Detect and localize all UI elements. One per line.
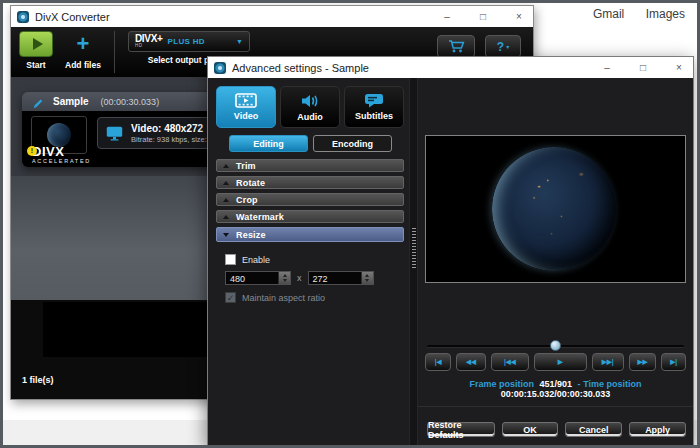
jump-to-start-button[interactable]: |◀	[425, 353, 451, 371]
height-value[interactable]: 272	[309, 272, 361, 284]
time-position-label: Time position	[583, 379, 641, 389]
size-row: 480 x 272	[225, 271, 404, 285]
next-frame-button[interactable]: ▶▶|	[592, 353, 624, 371]
collapsed-arrow-icon	[223, 198, 229, 202]
images-link[interactable]: Images	[646, 7, 685, 21]
maximize-button[interactable]: □	[635, 62, 651, 73]
divx-plus-logo: DIVX+ HD	[135, 34, 163, 49]
seek-bar[interactable]	[427, 340, 684, 352]
section-header-trim[interactable]: Trim	[216, 159, 404, 172]
panel-splitter[interactable]	[409, 78, 418, 445]
add-files-button[interactable]: +	[77, 31, 90, 57]
play-button[interactable]: ▶	[534, 353, 587, 371]
maximize-button[interactable]: □	[475, 11, 491, 22]
resize-section-body: Enable 480 x	[216, 246, 404, 303]
maintain-aspect-label: Maintain aspect ratio	[242, 293, 325, 303]
width-spin-buttons[interactable]	[278, 272, 290, 284]
tab-audio-label: Audio	[297, 112, 323, 122]
screen: Gmail Images DivX Converter – □ × Start …	[0, 0, 700, 448]
preview-panel: |◀ ◀◀ |◀◀ ▶ ▶▶| ▶▶ ▶| Frame position 451…	[418, 78, 693, 445]
gmail-link[interactable]: Gmail	[593, 7, 624, 21]
tab-subtitles-label: Subtitles	[355, 111, 393, 121]
collapsed-arrow-icon	[223, 215, 229, 219]
divx-logo-bottom: ACCELERATED	[32, 159, 91, 165]
minimize-button[interactable]: –	[599, 62, 615, 73]
bottom-panel-inset	[43, 302, 208, 357]
section-label: Resize	[236, 230, 266, 240]
cancel-button[interactable]: Cancel	[565, 422, 622, 437]
enable-row: Enable	[225, 254, 404, 265]
start-label: Start	[26, 60, 45, 70]
store-button[interactable]	[437, 35, 475, 58]
rewind-button[interactable]: ◀◀	[456, 353, 486, 371]
close-button[interactable]: ×	[511, 11, 527, 22]
restore-defaults-button[interactable]: Restore Defaults	[427, 422, 495, 437]
seek-thumb[interactable]	[550, 340, 561, 351]
width-stepper[interactable]: 480	[225, 271, 291, 285]
section-header-rotate[interactable]: Rotate	[216, 176, 404, 189]
apply-button[interactable]: Apply	[629, 422, 686, 437]
frame-position-label: Frame position	[470, 379, 535, 389]
transport-controls: |◀ ◀◀ |◀◀ ▶ ▶▶| ▶▶ ▶|	[425, 353, 686, 371]
position-status: Frame position 451/901 - Time position 0…	[418, 379, 693, 399]
height-stepper[interactable]: 272	[308, 271, 374, 285]
add-files-label: Add files	[65, 60, 101, 70]
spin-down-icon	[365, 279, 369, 282]
output-profile-dropdown[interactable]: DIVX+ HD PLUS HD ▼	[128, 31, 250, 52]
spin-up-icon	[283, 274, 287, 277]
film-icon	[235, 93, 257, 108]
speech-bubble-icon	[364, 93, 384, 108]
pencil-icon[interactable]	[32, 96, 44, 108]
advanced-settings-dialog: Advanced settings - Sample – □ ×	[207, 56, 694, 446]
editing-accordion: Trim Rotate Crop Watermark	[216, 159, 404, 303]
section-label: Crop	[236, 195, 258, 205]
file-count-status: 1 file(s)	[22, 375, 54, 385]
mode-tabs: Editing Encoding	[229, 135, 392, 152]
converter-window-title: DivX Converter	[35, 11, 110, 23]
divx-logo-top: DIVX	[32, 145, 91, 158]
section-header-watermark[interactable]: Watermark	[216, 210, 404, 223]
start-button[interactable]	[19, 31, 53, 57]
previous-frame-button[interactable]: |◀◀	[491, 353, 529, 371]
file-duration: (00:00:30.033)	[101, 97, 160, 107]
collapsed-arrow-icon	[223, 164, 229, 168]
tab-video[interactable]: Video	[216, 86, 276, 128]
section-label: Trim	[236, 161, 256, 171]
ok-button[interactable]: OK	[502, 422, 559, 437]
divx-app-icon	[17, 11, 29, 23]
warning-badge: !	[27, 146, 37, 156]
tab-editing[interactable]: Editing	[229, 135, 308, 152]
width-value[interactable]: 480	[226, 272, 278, 284]
add-files-group: + Add files	[65, 31, 101, 70]
play-icon	[33, 38, 43, 50]
jump-to-end-button[interactable]: ▶|	[661, 353, 686, 371]
tab-audio[interactable]: Audio	[280, 86, 340, 128]
minimize-button[interactable]: –	[439, 11, 455, 22]
fast-forward-button[interactable]: ▶▶	[629, 353, 656, 371]
dialog-footer: Restore Defaults OK Cancel Apply	[427, 422, 686, 437]
footer-divider	[418, 406, 693, 407]
enable-label: Enable	[242, 255, 270, 265]
dialog-body: Video Audio	[208, 78, 693, 445]
help-button[interactable]: ? ▾	[485, 35, 521, 58]
close-button[interactable]: ×	[671, 62, 687, 73]
maintain-aspect-row: ✓ Maintain aspect ratio	[225, 292, 404, 303]
height-spin-buttons[interactable]	[361, 272, 373, 284]
dialog-titlebar: Advanced settings - Sample – □ ×	[208, 57, 693, 78]
spin-up-icon	[365, 274, 369, 277]
question-icon: ?	[497, 40, 504, 54]
tab-subtitles[interactable]: Subtitles	[344, 86, 404, 128]
section-header-resize[interactable]: Resize	[216, 227, 404, 242]
earth-video-frame	[492, 147, 616, 271]
tab-encoding[interactable]: Encoding	[313, 135, 392, 152]
settings-panel: Video Audio	[208, 78, 409, 445]
enable-checkbox[interactable]	[225, 254, 236, 265]
maintain-aspect-checkbox[interactable]: ✓	[225, 292, 236, 303]
splitter-grip-icon	[412, 228, 416, 270]
section-header-crop[interactable]: Crop	[216, 193, 404, 206]
dimension-separator: x	[297, 273, 302, 283]
file-name: Sample	[53, 96, 89, 107]
chevron-down-icon: ▾	[506, 43, 509, 50]
status-dash: -	[578, 379, 581, 389]
cart-icon	[448, 40, 465, 53]
